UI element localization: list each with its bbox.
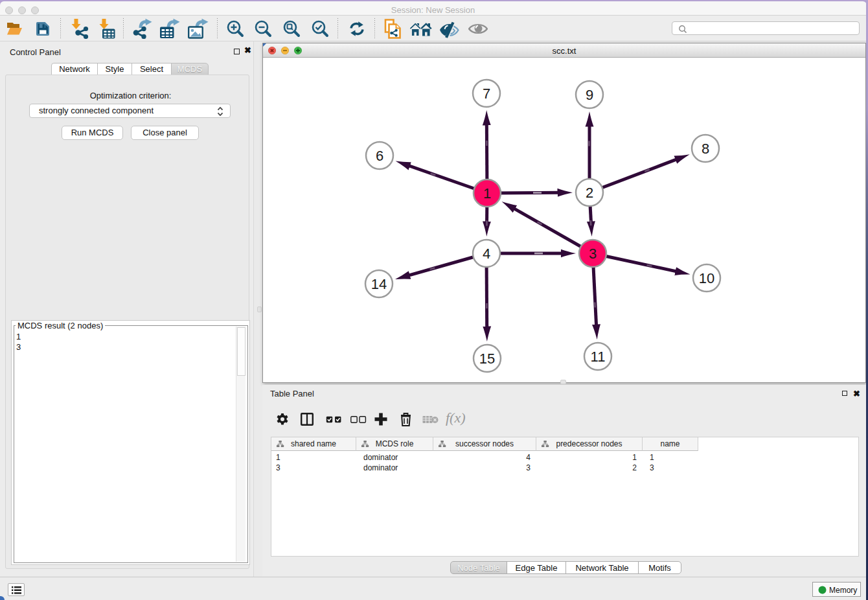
svg-text:3: 3: [589, 246, 597, 262]
svg-text:8: 8: [702, 141, 709, 157]
svg-text:6: 6: [376, 148, 383, 164]
svg-text:11: 11: [591, 349, 606, 365]
svg-text:2: 2: [586, 185, 593, 201]
svg-text:9: 9: [586, 87, 593, 103]
svg-text:1: 1: [483, 185, 491, 202]
svg-text:7: 7: [483, 86, 490, 102]
svg-text:4: 4: [483, 246, 490, 262]
svg-text:15: 15: [479, 351, 495, 367]
svg-text:10: 10: [699, 270, 714, 286]
svg-text:14: 14: [371, 276, 387, 292]
